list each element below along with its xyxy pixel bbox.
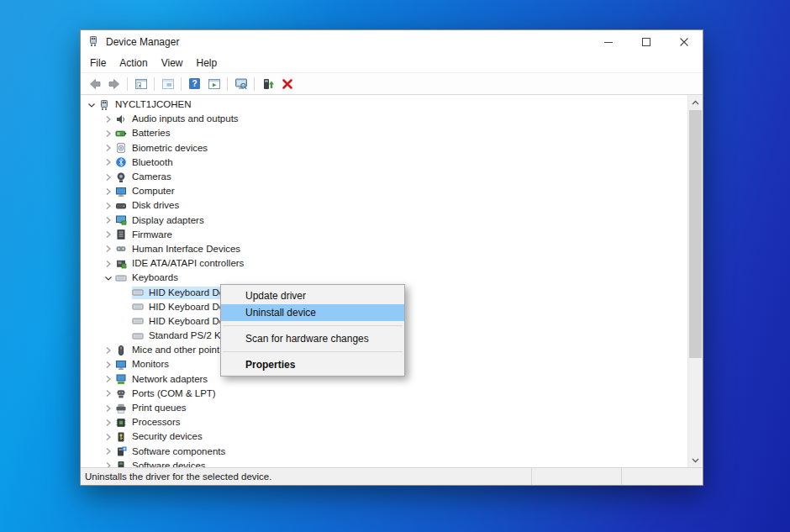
tree-item-content: Standard PS/2 Ke (132, 329, 229, 342)
toolbar-separator (254, 77, 255, 91)
keyboard-icon (132, 330, 145, 342)
tree-item-print-queues[interactable]: Print queues (81, 401, 687, 415)
tree-item-ide-ata-atapi-controllers[interactable]: IDE ATA/ATAPI controllers (81, 256, 687, 271)
context-menu-item-scan-for-hardware-changes[interactable]: Scan for hardware changes (221, 330, 404, 347)
chevron-collapsed-icon[interactable] (101, 186, 115, 198)
tree-item-label: Human Interface Devices (131, 243, 243, 255)
toolbar-separator (227, 77, 228, 91)
camera-icon (115, 171, 128, 183)
tree-item-content: Processors (115, 416, 183, 429)
menu-file[interactable]: File (83, 55, 113, 71)
tree-item-audio-inputs-and-outputs[interactable]: Audio inputs and outputs (81, 112, 687, 126)
tree-item-content: Ports (COM & LPT) (115, 387, 219, 400)
tree-item-processors[interactable]: Processors (81, 415, 687, 429)
title-bar[interactable]: Device Manager (81, 30, 703, 54)
software-device-icon (115, 460, 128, 467)
help-icon: ? (188, 77, 201, 90)
tree-item-display-adapters[interactable]: Display adapters (81, 213, 687, 228)
toolbar-back-button[interactable] (86, 75, 103, 92)
chevron-collapsed-icon[interactable] (101, 214, 115, 226)
menu-action[interactable]: Action (113, 55, 154, 71)
tree-item-bluetooth[interactable]: Bluetooth (81, 155, 687, 170)
tree-item-content: Disk drives (115, 199, 182, 212)
tree-item-keyboards[interactable]: Keyboards (81, 271, 687, 285)
tree-item-software-devices[interactable]: Software devices (81, 459, 687, 467)
chevron-collapsed-icon[interactable] (101, 243, 115, 255)
tree-item-content: HID Keyboard De (132, 301, 227, 313)
chevron-collapsed-icon[interactable] (101, 229, 115, 240)
toolbar-console-tree-button[interactable] (132, 75, 150, 92)
chevron-collapsed-icon[interactable] (101, 156, 115, 168)
vertical-scrollbar[interactable] (687, 95, 703, 467)
tree-item-batteries[interactable]: Batteries (81, 126, 687, 140)
keyboard-icon (132, 287, 145, 298)
forward-icon (108, 77, 121, 91)
tree-item-label: Computer (131, 185, 177, 198)
toolbar-update-driver-button[interactable] (259, 75, 276, 92)
chevron-collapsed-icon[interactable] (101, 345, 115, 356)
scrollbar-thumb[interactable] (689, 110, 702, 358)
scrollbar-track[interactable] (688, 109, 703, 453)
monitor-icon (115, 359, 128, 371)
menu-help[interactable]: Help (190, 55, 224, 71)
tree-item-label: Standard PS/2 Ke (148, 329, 229, 342)
chevron-collapsed-icon[interactable] (101, 460, 115, 467)
tree-item-ports-com-lpt[interactable]: Ports (COM & LPT) (81, 387, 687, 401)
chevron-expanded-icon[interactable] (84, 99, 98, 111)
status-panel-1 (531, 468, 621, 485)
tree-item-computer[interactable]: Computer (81, 184, 687, 198)
chevron-collapsed-icon[interactable] (101, 431, 115, 443)
chevron-collapsed-icon[interactable] (101, 403, 115, 414)
tree-item-software-components[interactable]: Software components (81, 445, 687, 459)
menu-bar: FileActionViewHelp (81, 54, 703, 72)
tree-item-label: Print queues (131, 402, 189, 414)
chevron-expanded-icon[interactable] (101, 272, 115, 284)
minimize-button[interactable] (589, 30, 627, 54)
tree-item-content: Software components (115, 445, 228, 458)
chevron-collapsed-icon[interactable] (101, 445, 115, 457)
toolbar-scan-hardware-button[interactable] (232, 75, 250, 92)
update-driver-icon (261, 77, 275, 91)
context-menu-item-update-driver[interactable]: Update driver (221, 287, 404, 304)
maximize-button[interactable] (627, 30, 665, 54)
tree-item-label: Ports (COM & LPT) (131, 387, 219, 400)
tree-item-firmware[interactable]: Firmware (81, 228, 687, 242)
tree-item-disk-drives[interactable]: Disk drives (81, 198, 687, 213)
chevron-collapsed-icon[interactable] (101, 373, 115, 385)
toolbar-action-pane-button[interactable] (205, 75, 223, 92)
chevron-collapsed-icon[interactable] (101, 171, 115, 183)
tree-item-nyclt1jcohen[interactable]: NYCLT1JCOHEN (81, 97, 687, 112)
chevron-collapsed-icon[interactable] (101, 128, 115, 140)
tree-item-content: Software devices (115, 460, 208, 467)
chevron-collapsed-icon[interactable] (101, 142, 115, 154)
tree-item-label: HID Keyboard De (148, 301, 227, 313)
chevron-collapsed-icon[interactable] (101, 258, 115, 270)
tree-item-security-devices[interactable]: Security devices (81, 429, 687, 444)
menu-view[interactable]: View (155, 55, 190, 71)
tree-item-content: Monitors (115, 358, 171, 371)
tree-item-content: Display adapters (115, 214, 207, 227)
tree-item-cameras[interactable]: Cameras (81, 170, 687, 184)
chevron-collapsed-icon[interactable] (101, 359, 115, 371)
context-menu-item-properties[interactable]: Properties (221, 356, 404, 373)
chevron-collapsed-icon[interactable] (101, 200, 115, 212)
chevron-collapsed-icon[interactable] (101, 113, 115, 125)
chevron-spacer (118, 287, 132, 298)
chevron-collapsed-icon[interactable] (101, 387, 115, 399)
tree-item-label: Security devices (131, 430, 205, 443)
close-button[interactable] (665, 30, 703, 54)
context-menu-item-uninstall-device[interactable]: Uninstall device (221, 304, 404, 321)
toolbar-separator (154, 77, 155, 91)
tree-item-content: Mice and other point (115, 344, 222, 356)
toolbar-uninstall-device-button[interactable] (278, 75, 296, 92)
tree-item-biometric-devices[interactable]: Biometric devices (81, 141, 687, 155)
toolbar-forward-button[interactable] (105, 75, 123, 92)
scroll-up-icon[interactable] (688, 95, 703, 109)
scroll-down-icon[interactable] (688, 453, 703, 467)
toolbar-help-button[interactable]: ? (186, 75, 203, 92)
toolbar-export-list-button[interactable] (159, 75, 176, 92)
biometric-icon (115, 142, 128, 154)
tree-item-human-interface-devices[interactable]: Human Interface Devices (81, 242, 687, 256)
chevron-spacer (118, 330, 132, 342)
chevron-collapsed-icon[interactable] (101, 417, 115, 429)
